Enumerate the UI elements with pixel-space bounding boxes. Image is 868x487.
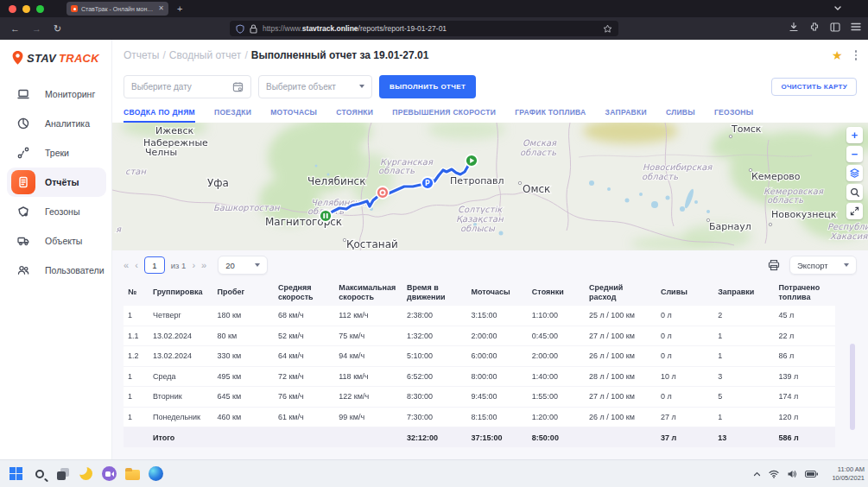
close-window-icon[interactable] [9,5,16,13]
last-page-icon[interactable]: » [201,261,206,270]
fullscreen-button[interactable] [846,203,863,219]
new-tab-button[interactable]: + [177,4,182,14]
tab-close-icon[interactable]: ✕ [158,5,164,12]
report-tab[interactable]: ПРЕВЫШЕНИЯ СКОРОСТИ [392,102,496,123]
report-tab[interactable]: МОТОЧАСЫ [270,102,317,123]
favorite-star-icon[interactable]: ★ [832,49,843,61]
table-row[interactable]: 1Понедельник460 км61 км/ч99 км/ч7:30:008… [124,407,835,427]
table-row[interactable]: 1Вторник645 км76 км/ч122 км/ч8:30:009:45… [124,387,835,408]
filter-row: Выберите дату Выберите объект ВЫПОЛНИТЬ … [112,71,868,102]
lock-icon[interactable] [250,24,257,34]
sidebar-item-label: Геозоны [45,206,79,217]
map-label: Томск [731,123,762,135]
page-number-input[interactable]: 1 [144,256,165,274]
maximize-window-icon[interactable] [36,5,44,13]
table-cell: 26 л / 100 км [585,407,656,427]
task-view-button[interactable] [54,465,71,482]
start-button[interactable] [8,465,24,482]
forward-icon[interactable]: → [32,23,41,35]
table-cell: 3:15:00 [466,306,527,326]
logo-pin-icon [11,50,24,66]
more-options-icon[interactable] [855,50,858,60]
map-label: Уфа [207,177,229,189]
table-row[interactable]: 1Четверг180 км68 км/ч112 км/ч2:38:003:15… [124,306,835,326]
night-mode-app-button[interactable] [78,465,94,482]
edge-browser-button[interactable] [148,465,164,482]
tray-chevron-icon[interactable] [753,471,761,477]
table-cell: 1 [124,306,149,326]
bookmark-star-icon[interactable] [603,24,612,34]
url-path: /reports/report-19-01-27-01 [358,24,447,33]
app-logo[interactable]: STAVTRACK [11,50,111,66]
chat-app-button[interactable] [101,465,117,482]
url-bar[interactable]: https://www.stavtrack.online/reports/rep… [230,21,618,36]
report-tab[interactable]: СТОЯНКИ [336,102,373,123]
table-row[interactable]: 1Среда495 км72 км/ч118 км/ч6:52:008:00:0… [124,366,835,387]
run-report-button[interactable]: ВЫПОЛНИТЬ ОТЧЕТ [379,75,476,98]
report-tab[interactable]: СЛИВЫ [666,102,695,123]
sidebar-panel-icon[interactable] [830,22,840,32]
map[interactable]: ИжевскНабережныеЧелныУфаЧелябинскМагнито… [112,123,868,250]
downloads-icon[interactable] [789,22,799,32]
sidebar-item-users[interactable]: Пользователи [7,256,106,285]
menu-icon[interactable] [851,22,861,31]
table-header-cell: № [124,280,149,306]
zoom-out-button[interactable]: − [846,146,863,162]
sidebar-item-reports[interactable]: Отчёты [7,168,106,197]
table-cell: 52 км/ч [274,326,334,346]
next-page-icon[interactable]: › [192,261,195,270]
browser-tab[interactable]: СтавТрак - Онлайн мониторин ✕ [67,2,168,16]
chevron-down-icon [844,263,849,267]
zoom-in-button[interactable]: + [846,127,863,143]
minimize-window-icon[interactable] [22,5,30,13]
sidebar-item-objects[interactable]: Объекты [7,226,106,256]
page-size-select[interactable]: 20 [218,256,268,275]
battery-icon[interactable] [805,471,818,478]
table-cell: Понедельник [149,407,213,427]
taskbar-clock[interactable]: 11:00 AM 10/05/2021 [828,465,865,483]
object-select[interactable]: Выберите объект [258,75,372,98]
export-select[interactable]: Экспорт [789,256,857,275]
chevron-down-icon[interactable] [833,5,842,11]
map-marker-parking[interactable]: P [421,177,434,189]
table-scrollbar[interactable] [850,344,855,430]
sidebar-item-analytics[interactable]: Аналитика [7,109,106,138]
report-tab[interactable]: ГЕОЗОНЫ [714,102,753,123]
breadcrumb-summary[interactable]: Сводный отчет [169,49,242,61]
breadcrumb-reports[interactable]: Отчеты [124,49,159,61]
back-icon[interactable]: ← [10,23,20,35]
wifi-icon[interactable] [769,470,779,478]
table-cell: 0 л [656,326,713,346]
report-tab[interactable]: ГРАФИК ТОПЛИВА [515,102,586,123]
reload-icon[interactable]: ↻ [54,23,61,35]
report-tab[interactable]: ПОЕЗДКИ [214,102,251,123]
map-search-button[interactable] [846,184,863,200]
prev-page-icon[interactable]: ‹ [135,261,138,270]
window-controls[interactable] [9,5,44,13]
map-marker-speed[interactable] [377,187,389,199]
map-marker-play[interactable] [466,155,478,167]
file-explorer-button[interactable] [124,465,141,482]
volume-icon[interactable] [787,470,797,478]
table-cell [334,427,402,448]
sidebar-item-monitoring[interactable]: Мониторинг [7,79,106,109]
sidebar-item-tracks[interactable]: Треки [7,138,106,168]
table-row[interactable]: 1.113.02.202480 км52 км/ч75 км/ч1:32:002… [124,326,835,346]
extensions-icon[interactable] [809,22,820,32]
table-total-row[interactable]: Итого32:12:0037:15:008:50:0037 л13586 л [124,427,835,448]
date-picker-input[interactable]: Выберите дату [124,75,251,98]
report-tab[interactable]: ЗАПРАВКИ [605,102,647,123]
taskbar-search-button[interactable] [31,465,48,482]
clear-map-button[interactable]: ОЧИСТИТЬ КАРТУ [771,78,857,96]
first-page-icon[interactable]: « [124,261,129,270]
map-marker-pause[interactable] [320,210,332,222]
table-row[interactable]: 1.213.02.2024330 км64 км/ч94 км/ч5:10:00… [124,346,835,367]
layers-button[interactable] [846,165,863,181]
report-tab[interactable]: СВОДКА ПО ДНЯМ [124,102,195,123]
sidebar-item-geozones[interactable]: Геозоны [7,197,106,226]
site-favicon-icon [71,5,78,12]
shield-icon[interactable] [236,24,244,34]
table-cell: 13.02.2024 [149,326,213,346]
print-icon[interactable] [767,258,781,272]
table-cell: 8:00:00 [466,366,527,387]
